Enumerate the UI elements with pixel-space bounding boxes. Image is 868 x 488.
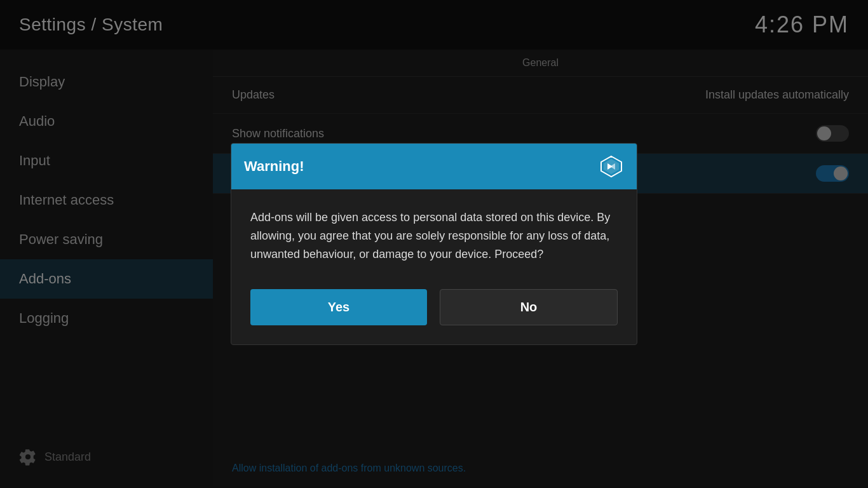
dialog-overlay: Warning! Add-ons will be given access to… bbox=[0, 0, 868, 488]
yes-button[interactable]: Yes bbox=[250, 289, 427, 325]
no-button[interactable]: No bbox=[440, 289, 618, 325]
dialog-title: Warning! bbox=[244, 158, 304, 175]
dialog-message: Add-ons will be given access to personal… bbox=[250, 211, 610, 261]
warning-dialog: Warning! Add-ons will be given access to… bbox=[231, 143, 637, 344]
dialog-buttons: Yes No bbox=[231, 276, 637, 344]
dialog-body: Add-ons will be given access to personal… bbox=[231, 189, 637, 276]
kodi-icon bbox=[599, 154, 624, 179]
dialog-header: Warning! bbox=[231, 144, 637, 189]
